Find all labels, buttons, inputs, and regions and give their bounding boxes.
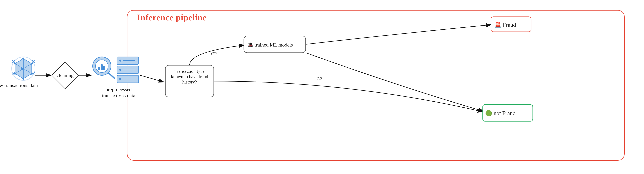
svg-marker-2 (15, 59, 32, 79)
svg-line-24 (108, 73, 114, 78)
svg-point-29 (119, 69, 121, 71)
cleaning-label: cleaning (56, 72, 74, 78)
svg-point-19 (93, 57, 111, 75)
svg-point-15 (14, 73, 16, 75)
svg-point-14 (22, 78, 24, 80)
svg-line-3 (15, 64, 32, 74)
svg-point-13 (31, 73, 33, 75)
inference-pipeline-box (127, 10, 625, 161)
svg-rect-21 (98, 67, 100, 70)
raw-data-label: raw transactions data (0, 82, 38, 88)
svg-point-12 (31, 63, 33, 65)
svg-point-26 (119, 60, 121, 62)
svg-text:✕: ✕ (20, 66, 24, 72)
preproc-magnifier-icon (93, 57, 114, 78)
svg-point-16 (14, 63, 16, 65)
svg-rect-23 (104, 66, 106, 70)
svg-text:✕: ✕ (12, 71, 16, 76)
inference-pipeline-label: Inference pipeline (137, 13, 206, 23)
svg-text:✕: ✕ (12, 59, 16, 64)
svg-point-20 (96, 60, 108, 72)
svg-point-32 (119, 78, 121, 80)
svg-rect-22 (101, 64, 103, 70)
svg-point-11 (22, 58, 24, 60)
raw-data-icon: ✕ ✕ ✕ ✕ ✕ (12, 57, 36, 80)
diagram-container: Inference pipeline ✕ ✕ ✕ ✕ ✕ (0, 0, 644, 174)
cleaning-diamond (52, 62, 78, 89)
svg-point-1 (12, 57, 35, 80)
svg-text:✕: ✕ (32, 59, 36, 64)
svg-text:✕: ✕ (32, 71, 36, 76)
svg-line-4 (15, 64, 32, 74)
